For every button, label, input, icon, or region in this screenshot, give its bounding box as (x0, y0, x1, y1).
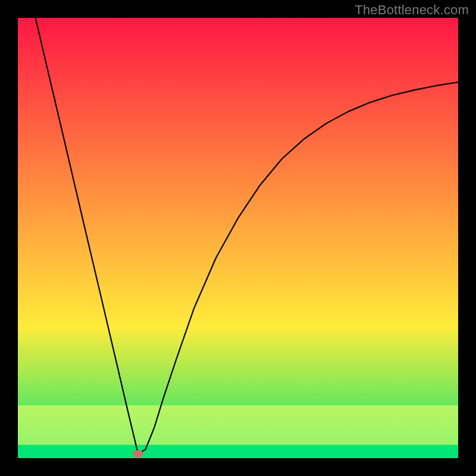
green-band (18, 445, 458, 458)
chart-frame: TheBottleneck.com (0, 0, 476, 476)
yellow-band (18, 405, 458, 445)
plot-area (18, 18, 458, 458)
chart-svg (18, 18, 458, 458)
minimum-marker (133, 450, 143, 458)
gradient-background (18, 18, 458, 458)
attribution-text: TheBottleneck.com (355, 2, 469, 18)
